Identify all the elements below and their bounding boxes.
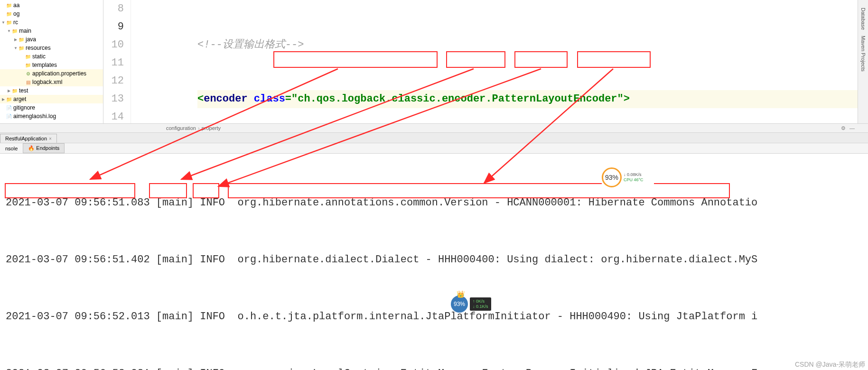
cpu-temp: CPU 46°C — [624, 177, 644, 183]
line-gutter: 8 9 10 11 12 13 14 — [103, 0, 131, 123]
line-number: 9 — [103, 18, 124, 36]
line-number: 8 — [103, 0, 124, 18]
breadcrumb-item[interactable]: property — [202, 125, 221, 131]
gear-icon[interactable]: ⚙ — [841, 125, 846, 131]
log-line: 2021-03-07 09:56:51.402 [main] INFO org.… — [6, 250, 862, 269]
folder-icon: 📁 — [18, 36, 25, 43]
folder-icon: 📁 — [18, 45, 25, 51]
net-down: ↓ 0.1K/s — [473, 304, 488, 309]
fire-icon: 🔥 — [28, 145, 35, 151]
tree-item[interactable]: ▼📁resources — [0, 44, 103, 52]
chevron-down-icon[interactable]: ▼ — [13, 46, 18, 50]
tree-item[interactable]: ▶📁java — [0, 35, 103, 44]
tree-label: templates — [32, 62, 57, 68]
run-tab-bar: RestfulApplication × — [0, 133, 868, 143]
tab-label: nsole — [5, 146, 18, 151]
tree-label: aimenglaoshi.log — [13, 113, 56, 120]
chevron-down-icon[interactable]: ▼ — [7, 29, 11, 33]
right-tool-strip: Database Maven Projects — [858, 0, 868, 123]
chevron-right-icon: › — [198, 125, 200, 131]
run-tab-label: RestfulApplication — [5, 136, 47, 141]
run-tab-restful[interactable]: RestfulApplication × — [0, 134, 57, 143]
code-token: ch.qos.logback.classic.encoder.PatternLa… — [298, 93, 617, 105]
cpu-gauge: 93% — [602, 167, 622, 187]
folder-icon: 📁 — [6, 2, 12, 9]
chevron-right-icon[interactable]: ▶ — [13, 37, 18, 42]
gauge: 93% — [451, 296, 468, 313]
code-content[interactable]: <!--设置输出格式--> <encoder class="ch.qos.log… — [131, 0, 868, 123]
tree-item[interactable]: ▼📁main — [0, 27, 103, 35]
code-token: class — [254, 93, 285, 105]
code-token — [248, 93, 254, 105]
network-down: ↓ 0.08K/s — [624, 172, 644, 177]
tree-item[interactable]: 📄aimenglaoshi.log — [0, 112, 103, 120]
tree-label: gitignore — [13, 104, 35, 111]
watermark: CSDN @Java-呆萌老师 — [795, 361, 865, 369]
tree-label: arget — [13, 96, 26, 102]
net-up: ↑ 0K/s — [473, 299, 488, 304]
folder-icon: 📁 — [25, 53, 31, 60]
file-icon: 📄 — [6, 104, 12, 111]
tree-item[interactable]: ▶📁arget — [0, 95, 103, 103]
code-token: " — [291, 93, 298, 105]
tree-item[interactable]: ▼📁rc — [0, 18, 103, 27]
chevron-down-icon[interactable]: ▼ — [1, 20, 6, 25]
chevron-right-icon[interactable]: ▶ — [7, 89, 11, 93]
log-line: 2021-03-07 09:56:52.021 [main] INFO o.s.… — [6, 364, 862, 370]
tool-window-maven[interactable]: Maven Projects — [860, 36, 866, 72]
tree-label: og — [13, 10, 19, 17]
xml-file-icon: ▤ — [25, 79, 31, 85]
breadcrumb-item[interactable]: configuration — [166, 125, 196, 131]
tree-item[interactable]: 📁og — [0, 9, 103, 18]
system-monitor-widget[interactable]: 93% ↓ 0.08K/s CPU 46°C — [602, 168, 654, 187]
folder-icon: 📁 — [25, 62, 31, 68]
folder-icon: 📁 — [11, 28, 18, 34]
tree-label: java — [26, 36, 36, 43]
console-output[interactable]: 2021-03-07 09:56:51.083 [main] INFO org.… — [0, 154, 868, 370]
tree-item[interactable]: 📁templates — [0, 61, 103, 69]
folder-icon: 📁 — [6, 19, 12, 26]
floating-monitor-widget[interactable]: 👑 93% ↑ 0K/s ↓ 0.1K/s — [451, 295, 508, 313]
crown-icon: 👑 — [457, 290, 465, 298]
code-token: <!--设置输出格式--> — [197, 39, 304, 51]
tree-item[interactable]: 📄gitignore — [0, 103, 103, 112]
code-token: " — [617, 93, 624, 105]
tree-item-application-properties[interactable]: ⚙application.properties — [0, 69, 103, 78]
tab-label: Endpoints — [36, 145, 59, 151]
code-token: encoder — [204, 93, 247, 105]
close-icon[interactable]: × — [49, 136, 52, 141]
line-number: 13 — [103, 90, 124, 108]
tree-item[interactable]: ▶📁test — [0, 86, 103, 95]
log-line: 2021-03-07 09:56:52.013 [main] INFO o.h.… — [6, 307, 862, 326]
code-token: = — [285, 93, 291, 105]
tree-item[interactable]: 📁aa — [0, 1, 103, 9]
line-number: 11 — [103, 54, 124, 72]
sub-tab-bar: nsole 🔥Endpoints — [0, 143, 868, 154]
minus-icon[interactable]: — — [849, 125, 855, 131]
chevron-right-icon[interactable]: ▶ — [1, 97, 6, 102]
tree-item-logback-xml[interactable]: ▤logback.xml — [0, 78, 103, 86]
tab-endpoints[interactable]: 🔥Endpoints — [23, 143, 65, 153]
code-token: > — [624, 93, 630, 105]
log-line: 2021-03-07 09:56:51.083 [main] INFO org.… — [6, 194, 862, 213]
tree-label: test — [19, 87, 28, 94]
tool-window-database[interactable]: Database — [860, 8, 866, 30]
code-editor[interactable]: 8 9 10 11 12 13 14 <!--设置输出格式--> <encode… — [103, 0, 868, 123]
tree-label: logback.xml — [32, 79, 62, 85]
tree-label: main — [19, 28, 31, 34]
project-tree[interactable]: 📁aa 📁og ▼📁rc ▼📁main ▶📁java ▼📁resources 📁… — [0, 0, 103, 123]
file-icon: 📄 — [6, 113, 12, 120]
tree-label: application.properties — [32, 70, 86, 77]
tab-console[interactable]: nsole — [0, 144, 23, 153]
code-token: < — [197, 93, 204, 105]
folder-icon: 📁 — [11, 87, 18, 94]
folder-icon: 📁 — [6, 10, 12, 17]
tree-label: aa — [13, 2, 19, 9]
gear-icon: ⚙ — [25, 70, 31, 77]
tree-item[interactable]: 📁static — [0, 52, 103, 61]
folder-icon: 📁 — [6, 96, 12, 102]
tree-label: static — [32, 53, 46, 60]
line-number: 12 — [103, 72, 124, 90]
tree-label: rc — [13, 19, 18, 26]
breadcrumb: configuration › property ⚙ — — [0, 123, 868, 133]
